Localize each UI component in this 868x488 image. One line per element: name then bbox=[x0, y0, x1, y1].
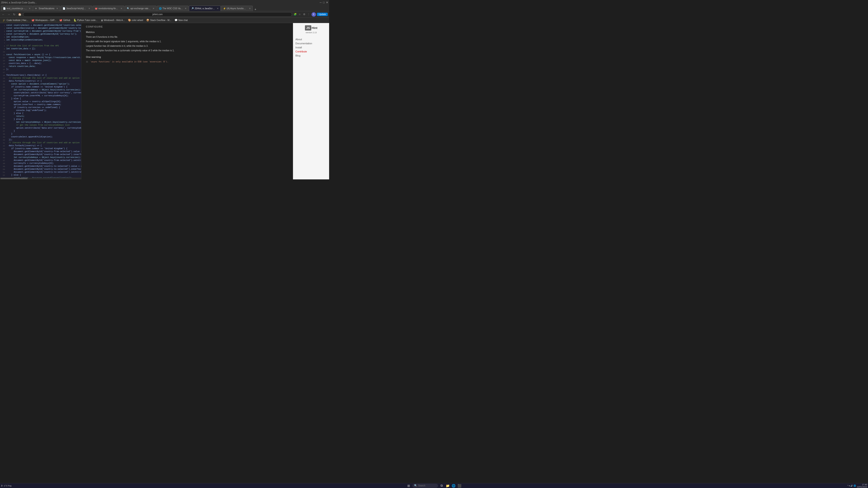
nav-about[interactable]: About bbox=[296, 37, 327, 41]
bookmark-icon-1: 🎓 bbox=[3, 19, 6, 22]
tab-favicon-7: 🔎 bbox=[191, 7, 194, 10]
tab-close-8[interactable]: ✕ bbox=[249, 7, 251, 10]
tab-hackathon[interactable]: 🐙 revolutionising-finance-hackath... ✕ bbox=[93, 6, 124, 11]
code-line: 46 let currencyCodeKeys = Object.keys(co… bbox=[0, 156, 81, 159]
line-content: console.log('undefined'); bbox=[6, 109, 81, 112]
tab-jshint[interactable]: 🔎 JSHint, a JavaScript Code Qualit... ✕ bbox=[189, 6, 221, 11]
line-content: currencyFrom.innerHTML = currencyCodeKey… bbox=[6, 94, 81, 97]
tab-close-3[interactable]: ✕ bbox=[88, 7, 90, 10]
home-btn[interactable]: 🏠 bbox=[18, 12, 22, 17]
code-line: 13 const data = await response.json(); bbox=[0, 59, 81, 62]
line-number: 4 bbox=[0, 33, 6, 36]
tab-close-4[interactable]: ✕ bbox=[121, 7, 122, 10]
line-number: 15 bbox=[0, 65, 6, 68]
update-button[interactable]: Update bbox=[317, 13, 328, 16]
tab-label-4: revolutionising-finance-hackath... bbox=[98, 7, 119, 10]
code-line: 33 } else { bbox=[0, 118, 81, 121]
line-content: countrySelect.appendChild(option); bbox=[6, 135, 81, 138]
jshint-nav: About Documentation Install Contribute B… bbox=[296, 37, 327, 58]
refresh-btn[interactable]: ↻ bbox=[12, 12, 16, 17]
code-scrollbar[interactable] bbox=[0, 177, 81, 180]
tab-close-1[interactable]: ✕ bbox=[29, 7, 31, 10]
line-number: 37 bbox=[0, 130, 6, 133]
bookmark-label-5: Windows5 - Web A... bbox=[104, 19, 125, 22]
back-btn[interactable]: ← bbox=[1, 12, 5, 17]
code-line: 51 document.getElementById('country-to-s… bbox=[0, 171, 81, 174]
warning-item-1: 11 'async functions' is only available i… bbox=[86, 60, 288, 63]
code-editor[interactable]: 1const countrySelect = document.getEleme… bbox=[0, 23, 81, 180]
tab-async[interactable]: ⚡ (A) Async function is only availabl...… bbox=[221, 6, 253, 11]
bookmark-new-chat[interactable]: 💬 New chat bbox=[173, 18, 189, 22]
extensions-icon[interactable]: 🧩 bbox=[293, 13, 297, 16]
tab-exchange-rates[interactable]: 🔍 api exchange rates - Google Se... ✕ bbox=[125, 6, 156, 11]
code-line: 24 countrySelect.setAttribute('data-attr… bbox=[0, 92, 81, 94]
line-content: // Iterate through the list of countries… bbox=[6, 141, 81, 144]
nav-install[interactable]: Install bbox=[296, 45, 327, 50]
tab-w3c[interactable]: 🌐 The W3C CSS Validation Service ✕ bbox=[157, 6, 188, 11]
line-content: let currencyCodeKeys = Object.keys(count… bbox=[6, 121, 81, 124]
code-line: 12 const response = await fetch('https:/… bbox=[0, 56, 81, 59]
url-input[interactable] bbox=[23, 12, 292, 17]
code-line: 34 let currencyCodeKeys = Object.keys(co… bbox=[0, 121, 81, 124]
forward-btn[interactable]: → bbox=[7, 12, 11, 17]
line-content: } else { bbox=[6, 97, 81, 100]
maximize-btn[interactable]: □ bbox=[323, 1, 324, 4]
bookmark-python-tutor[interactable]: 🐍 Python Tutor code... bbox=[72, 18, 99, 22]
bookmark-icon-3: 🐙 bbox=[59, 19, 62, 22]
jshint-sidebar: JS Hint version 2.13 About Documentation… bbox=[293, 23, 329, 180]
line-content: const response = await fetch('https://re… bbox=[6, 56, 81, 59]
bookmark-windows5[interactable]: 🖥 Windows5 - Web A... bbox=[99, 19, 126, 22]
tab-smart-vacations[interactable]: ✈ SmartVacations ✕ bbox=[33, 6, 60, 11]
code-line: 14 countries_data = [...data]; bbox=[0, 62, 81, 65]
scrollbar-thumb[interactable] bbox=[0, 178, 28, 179]
bookmark-stackoverflow[interactable]: 📦 Stack Overflow - W... bbox=[145, 18, 173, 22]
tab-rest-countries[interactable]: 📄 rest_countries.js - revolutionising-..… bbox=[1, 6, 33, 11]
minimize-btn[interactable]: ─ bbox=[320, 1, 322, 4]
line-content: const data = await response.json(); bbox=[6, 59, 81, 62]
line-content: data.forEach((country) => { bbox=[6, 80, 81, 83]
nav-documentation[interactable]: Documentation bbox=[296, 41, 327, 45]
line-content: } else { bbox=[6, 118, 81, 121]
bookmark-color-wheel[interactable]: 🎨 color wheel bbox=[127, 18, 145, 22]
tab-close-6[interactable]: ✕ bbox=[185, 7, 186, 10]
nav-contribute-link[interactable]: Contribute bbox=[296, 50, 307, 53]
tabs-bar: 📄 rest_countries.js - revolutionising-..… bbox=[0, 5, 329, 11]
bookmark-workspaces[interactable]: 🐙 Workspaces – GitP... bbox=[30, 18, 57, 22]
nav-docs-link[interactable]: Documentation bbox=[296, 42, 312, 45]
bookmark-code-institute[interactable]: 🎓 Code Institute | Hac... bbox=[1, 18, 30, 22]
code-line: 23 let currencyCodeKeys = Object.keys(co… bbox=[0, 89, 81, 92]
line-content: const option = document.createElement('o… bbox=[6, 83, 81, 86]
line-number: 39 bbox=[0, 135, 6, 138]
code-line: 35 // get the values from currencyCodeKe… bbox=[0, 124, 81, 127]
line-number: 44 bbox=[0, 150, 6, 153]
bookmark-github[interactable]: 🐙 GitHub bbox=[58, 18, 71, 22]
line-content: fetchCountries().then((data) => { bbox=[6, 74, 81, 77]
line-number: 25 bbox=[0, 94, 6, 97]
line-number: 51 bbox=[0, 171, 6, 174]
line-content: countries_data = [...data]; bbox=[6, 62, 81, 65]
code-line: 47 document.getElementById('country-from… bbox=[0, 159, 81, 162]
line-content: option.setAttribute('data-attr-currency'… bbox=[6, 127, 81, 130]
close-btn[interactable]: ✕ bbox=[326, 1, 328, 4]
bookmark-icon-6: 🎨 bbox=[128, 19, 131, 22]
nav-blog[interactable]: Blog bbox=[296, 54, 327, 58]
nav-about-link[interactable]: About bbox=[296, 38, 302, 41]
star-icon[interactable]: ☆ bbox=[298, 13, 302, 16]
nav-blog-link[interactable]: Blog bbox=[296, 54, 301, 57]
settings-icon[interactable]: ⚙ bbox=[303, 13, 306, 16]
more-icon[interactable]: ⋮ bbox=[307, 13, 311, 16]
tab-close-5[interactable]: ✕ bbox=[153, 7, 154, 10]
line-content: // get the values from currencyCodeKeys … bbox=[6, 124, 81, 127]
configure-title: CONFIGURE bbox=[86, 25, 288, 28]
code-line: 41 // Iterate through the list of countr… bbox=[0, 141, 81, 144]
nav-install-link[interactable]: Install bbox=[296, 46, 302, 49]
tab-fetch[interactable]: 📄 JavaScript fetch() | Talking to an ...… bbox=[61, 6, 92, 11]
tab-close-2[interactable]: ✕ bbox=[56, 7, 58, 10]
new-tab-btn[interactable]: + bbox=[253, 7, 258, 11]
nav-contribute[interactable]: Contribute bbox=[296, 50, 327, 54]
profile-avatar[interactable]: E bbox=[311, 12, 316, 17]
address-right: 🧩 ☆ ⚙ ⋮ E Update bbox=[293, 12, 328, 17]
code-line: 32 return; bbox=[0, 115, 81, 118]
code-line: 37 } bbox=[0, 130, 81, 133]
tab-close-7[interactable]: ✕ bbox=[217, 7, 219, 10]
